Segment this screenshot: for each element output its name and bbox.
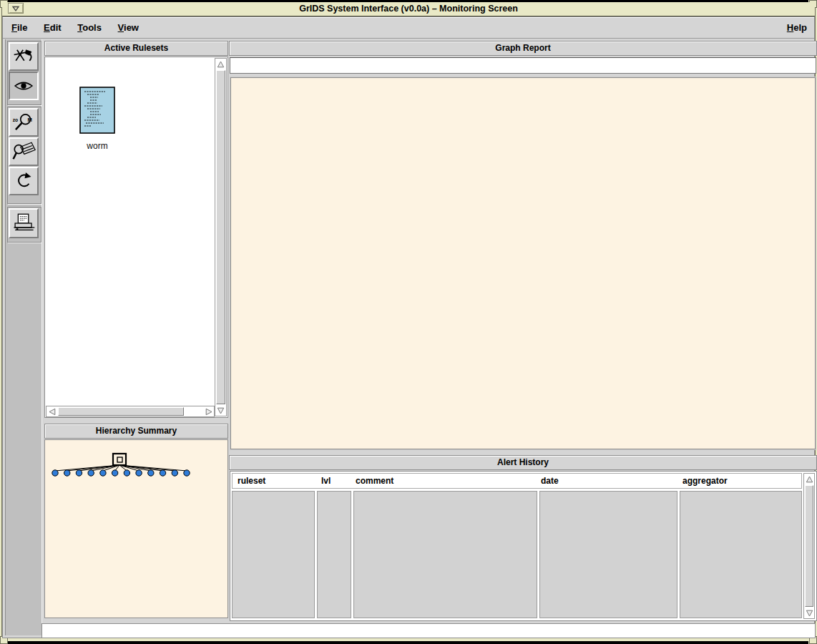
graph-report-title: Graph Report [495, 43, 550, 53]
inspect-button[interactable] [9, 137, 39, 166]
menu-tools[interactable]: Tools [77, 22, 102, 33]
scrollbar-thumb[interactable] [805, 485, 813, 607]
toolbar-group-modes [7, 41, 41, 105]
scroll-left-icon[interactable] [47, 406, 57, 416]
menubar: File Edit Tools View Help [3, 17, 814, 39]
hierarchy-summary-title: Hierarchy Summary [96, 426, 177, 436]
alert-history-column-headers: ruleset lvl comment date aggregator [232, 473, 802, 489]
column-header-ruleset[interactable]: ruleset [238, 476, 265, 486]
hierarchy-summary-canvas[interactable] [44, 439, 228, 618]
menu-file[interactable]: File [11, 22, 27, 33]
scroll-down-icon[interactable] [804, 608, 814, 618]
menu-help[interactable]: Help [787, 22, 807, 33]
svg-text:zo: zo [13, 117, 19, 122]
column-header-comment[interactable]: comment [356, 476, 393, 486]
window-frame-bottom [7, 641, 808, 644]
alert-column-ruleset [232, 491, 315, 618]
ruleset-item-label: worm [74, 141, 121, 151]
window-menu-triangle-icon [11, 2, 20, 15]
hierarchy-summary-header: Hierarchy Summary [44, 424, 228, 439]
alert-history-title: Alert History [497, 457, 549, 467]
graph-report-header: Graph Report [229, 41, 817, 56]
alert-history-vertical-scrollbar[interactable] [803, 473, 815, 619]
scroll-down-icon[interactable] [215, 405, 226, 416]
ruleset-item-worm[interactable]: worm [74, 87, 121, 151]
toolbar-group-view: zo M [7, 107, 41, 204]
alert-column-comment [353, 491, 537, 618]
hierarchy-graph [45, 440, 228, 618]
alert-column-date [539, 491, 677, 618]
alert-history-header: Alert History [229, 455, 817, 470]
scrollbar-thumb[interactable] [216, 70, 225, 404]
titlebar[interactable]: GrIDS System Interface (v0.0a) – Monitor… [2, 2, 815, 16]
column-header-aggregator[interactable]: aggregator [683, 476, 728, 486]
grids-monitoring-window: { "window": { "title": "GrIDS System Int… [0, 0, 817, 644]
alert-column-lvl [317, 491, 351, 618]
scroll-up-icon[interactable] [215, 59, 226, 69]
scroll-right-icon[interactable] [203, 406, 214, 416]
active-rulesets-vertical-scrollbar[interactable] [215, 58, 227, 416]
tools-icon [11, 46, 36, 67]
application-area: File Edit Tools View Help [2, 16, 815, 638]
column-header-lvl[interactable]: lvl [321, 476, 331, 486]
active-rulesets-header: Active Rulesets [44, 41, 228, 56]
window-menu-button[interactable] [8, 3, 24, 14]
search-documents-icon [11, 140, 36, 163]
active-rulesets-list: worm [44, 57, 228, 418]
refresh-button[interactable] [9, 167, 39, 195]
svg-text:M: M [28, 117, 32, 123]
active-rulesets-title: Active Rulesets [104, 43, 168, 53]
tools-button[interactable] [9, 42, 39, 71]
status-bar [41, 623, 816, 638]
active-rulesets-content: worm [46, 58, 215, 405]
zoom-icon: zo M [11, 111, 36, 134]
alert-column-aggregator [680, 491, 802, 618]
toolbar-group-output [7, 207, 41, 243]
eye-icon [12, 77, 35, 94]
refresh-icon [13, 171, 34, 191]
ruleset-document-icon [79, 124, 115, 136]
window-title: GrIDS System Interface (v0.0a) – Monitor… [2, 2, 815, 16]
print-icon [11, 212, 36, 235]
scrollbar-thumb[interactable] [58, 407, 184, 416]
print-button[interactable] [9, 208, 39, 238]
menu-view[interactable]: View [118, 22, 139, 33]
column-header-date[interactable]: date [541, 476, 559, 486]
graph-report-canvas[interactable] [230, 77, 816, 449]
active-rulesets-horizontal-scrollbar[interactable] [46, 406, 215, 417]
scrollbar-trough[interactable] [185, 406, 203, 416]
alert-history-table: ruleset lvl comment date aggregator [230, 471, 817, 621]
monitor-button[interactable] [9, 72, 39, 100]
menu-edit[interactable]: Edit [44, 22, 62, 33]
zoom-button[interactable]: zo M [9, 108, 39, 137]
scroll-up-icon[interactable] [804, 474, 814, 484]
toolbar: zo M [5, 39, 42, 635]
graph-report-field[interactable] [230, 57, 816, 74]
